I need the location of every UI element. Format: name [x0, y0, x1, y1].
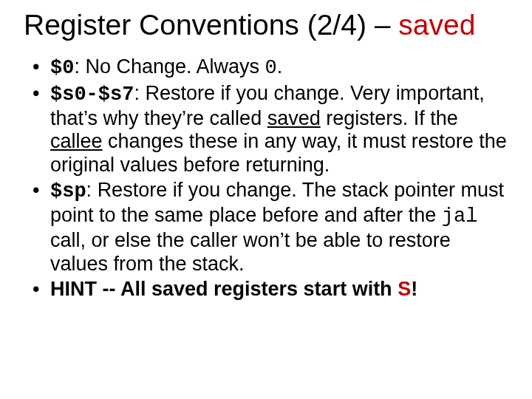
bullet-saved-registers: $s0-$s7: Restore if you change. Very imp… — [33, 82, 508, 177]
bullet-hint: HINT -- All saved registers start with S… — [33, 278, 508, 301]
literal-zero: 0 — [265, 57, 277, 79]
title-main: Register Conventions (2/4) – — [24, 9, 398, 41]
underline-saved: saved — [267, 107, 321, 129]
text: call, or else the caller won’t be able t… — [50, 229, 451, 275]
text: : — [74, 55, 85, 78]
text: . — [277, 55, 283, 78]
text: Restore if you change. The stack pointer… — [50, 179, 504, 226]
text: : — [86, 179, 98, 201]
reg-sp: $sp — [50, 180, 86, 202]
hint-text: HINT -- All saved registers start with — [50, 278, 398, 300]
reg-zero: $0 — [50, 57, 74, 79]
hint-s-letter: S — [398, 278, 411, 300]
bullet-list: $0: No Change. Always 0. $s0-$s7: Restor… — [24, 55, 508, 301]
reg-s0-s7: $s0-$s7 — [50, 83, 134, 106]
text: No Change. Always — [85, 55, 265, 78]
bullet-stack-pointer: $sp: Restore if you change. The stack po… — [33, 179, 508, 276]
slide: Register Conventions (2/4) – saved $0: N… — [0, 0, 532, 399]
text: registers. If the — [321, 107, 458, 129]
text: : — [134, 82, 145, 104]
literal-jal: jal — [442, 205, 478, 228]
hint-excl: ! — [411, 278, 417, 300]
slide-title: Register Conventions (2/4) – saved — [24, 9, 508, 42]
title-saved-word: saved — [398, 9, 475, 41]
bullet-zero-register: $0: No Change. Always 0. — [33, 55, 508, 81]
text: changes these in any way, it must restor… — [50, 130, 507, 176]
underline-callee: callee — [50, 130, 103, 152]
